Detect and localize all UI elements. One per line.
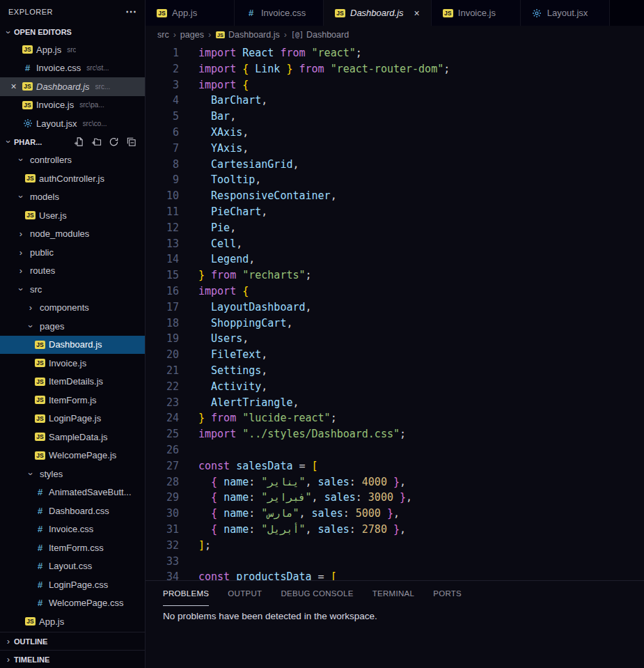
folder-node_modules[interactable]: ›node_modules <box>0 225 145 244</box>
line-number: 1 <box>146 45 179 61</box>
open-editor-Layout.jsx[interactable]: Layout.jsxsrc\co... <box>0 114 145 133</box>
file-WelcomePage.js[interactable]: JSWelcomePage.js <box>0 446 145 465</box>
tree-item-label: WelcomePage.js <box>49 450 116 460</box>
code-line-9: 9 Tooltip, <box>146 172 644 188</box>
code-line-10: 10 ResponsiveContainer, <box>146 188 644 204</box>
project-actions <box>74 137 142 147</box>
folder-models[interactable]: ›models <box>0 188 145 207</box>
file-AnimatedSaveButt...[interactable]: #AnimatedSaveButt... <box>0 483 145 502</box>
file-User.js[interactable]: JSUser.js <box>0 206 145 225</box>
file-LoginPage.css[interactable]: #LoginPage.css <box>0 575 145 594</box>
code-area[interactable]: 1import React from "react";2import { Lin… <box>146 43 644 580</box>
new-file-icon[interactable] <box>74 137 84 147</box>
open-editor-path: src\pa... <box>79 101 104 109</box>
file-ItemDetails.js[interactable]: JSItemDetails.js <box>0 373 145 391</box>
file-WelcomePage.css[interactable]: #WelcomePage.css <box>0 594 145 613</box>
code-line-26: 26 <box>146 442 644 458</box>
file-ItemForm.js[interactable]: JSItemForm.js <box>0 391 145 410</box>
code-line-3: 3import { <box>146 77 644 93</box>
folder-src[interactable]: ›src <box>0 280 145 299</box>
panel-tab-terminal[interactable]: TERMINAL <box>372 581 415 606</box>
code-line-22: 22 Activity, <box>146 379 644 395</box>
collapse-all-icon[interactable] <box>126 137 136 147</box>
file-Layout.css[interactable]: #Layout.css <box>0 557 145 576</box>
code-line-13: 13 Cell, <box>146 236 644 252</box>
tree-item-label: src <box>30 284 42 295</box>
tree-item-label: SampleData.js <box>49 432 108 442</box>
panel-tab-problems[interactable]: PROBLEMS <box>163 581 209 606</box>
line-number: 29 <box>146 490 179 506</box>
file-LoginPage.js[interactable]: JSLoginPage.js <box>0 410 145 428</box>
breadcrumb-item-Dashboard[interactable]: [@]Dashboard <box>291 30 349 40</box>
more-actions-icon[interactable]: ⋯ <box>125 6 136 17</box>
tab-App.js[interactable]: JSApp.js <box>146 0 235 26</box>
new-folder-icon[interactable] <box>91 137 102 147</box>
folder-public[interactable]: ›public <box>0 243 145 262</box>
folder-components[interactable]: ›components <box>0 299 145 318</box>
panel-tab-output[interactable]: OUTPUT <box>228 581 262 606</box>
open-editor-Invoice.css[interactable]: #Invoice.csssrc\st... <box>0 59 145 78</box>
refresh-icon[interactable] <box>109 137 119 147</box>
code-line-19: 19 Users, <box>146 331 644 347</box>
js-file-icon: JS <box>35 433 45 441</box>
open-editor-path: src\st... <box>86 64 109 72</box>
line-number: 27 <box>146 458 179 474</box>
panel-tab-debug-console[interactable]: DEBUG CONSOLE <box>281 581 353 606</box>
folder-pages[interactable]: ›pages <box>0 317 145 336</box>
tree-item-label: Dashboard.css <box>49 506 109 516</box>
breadcrumb-item-pages[interactable]: pages <box>180 30 204 40</box>
open-editor-label: Dashboard.js <box>36 81 90 92</box>
file-Invoice.css[interactable]: #Invoice.css <box>0 520 145 539</box>
css-file-icon: # <box>35 524 45 534</box>
js-file-icon: JS <box>35 396 45 404</box>
code-line-33: 33 <box>146 554 644 570</box>
section-outline[interactable]: ›OUTLINE <box>0 632 145 650</box>
tab-bar: JSApp.js#Invoice.cssJSDashboard.js×JSInv… <box>146 0 644 26</box>
file-authController.js[interactable]: JSauthController.js <box>0 169 145 188</box>
folder-routes[interactable]: ›routes <box>0 262 145 281</box>
close-icon[interactable]: × <box>414 8 420 18</box>
tab-label: Dashboard.js <box>350 8 404 18</box>
chevron-right-icon: › <box>3 654 14 665</box>
line-number: 21 <box>146 363 179 379</box>
open-editor-Dashboard.js[interactable]: ×JSDashboard.jssrc... <box>0 77 145 96</box>
code-line-1: 1import React from "react"; <box>146 45 644 61</box>
tree-item-label: node_modules <box>30 228 89 239</box>
folder-styles[interactable]: ›styles <box>0 465 145 483</box>
tab-Layout.jsx[interactable]: Layout.jsx <box>521 0 610 26</box>
tab-Invoice.js[interactable]: JSInvoice.js <box>432 0 521 26</box>
file-Invoice.js[interactable]: JSInvoice.js <box>0 354 145 373</box>
css-file-icon: # <box>35 506 45 516</box>
panel-tab-ports[interactable]: PORTS <box>433 581 462 606</box>
js-file-icon: JS <box>22 45 33 54</box>
open-editor-label: App.js <box>36 45 61 55</box>
tab-label: Invoice.js <box>458 8 496 18</box>
section-label: OUTLINE <box>14 637 47 646</box>
open-editor-Invoice.js[interactable]: JSInvoice.jssrc\pa... <box>0 96 145 115</box>
panel-tab-bar: PROBLEMSOUTPUTDEBUG CONSOLETERMINALPORTS <box>146 581 644 606</box>
open-editor-path: src... <box>95 83 111 91</box>
open-editors-header[interactable]: › OPEN EDITORS <box>0 24 145 40</box>
file-ItemForm.css[interactable]: #ItemForm.css <box>0 538 145 557</box>
line-number: 26 <box>146 442 179 458</box>
folder-controllers[interactable]: ›controllers <box>0 151 145 170</box>
file-Dashboard.css[interactable]: #Dashboard.css <box>0 502 145 520</box>
file-Dashboard.js[interactable]: JSDashboard.js <box>0 336 145 355</box>
project-header[interactable]: › PHAR... <box>0 133 145 151</box>
file-SampleData.js[interactable]: JSSampleData.js <box>0 428 145 446</box>
css-file-icon: # <box>35 561 45 571</box>
bottom-sections: ›OUTLINE›TIMELINE <box>0 632 145 668</box>
breadcrumb-item-Dashboard.js[interactable]: JSDashboard.js <box>215 30 280 40</box>
js-file-icon: JS <box>157 9 167 17</box>
tab-Invoice.css[interactable]: #Invoice.css <box>235 0 324 26</box>
section-timeline[interactable]: ›TIMELINE <box>0 650 145 668</box>
close-icon[interactable]: × <box>10 81 16 92</box>
tree-item-label: controllers <box>30 155 72 165</box>
breadcrumb-item-src[interactable]: src <box>157 30 169 40</box>
tab-Dashboard.js[interactable]: JSDashboard.js× <box>324 0 432 26</box>
tree-item-label: components <box>40 302 89 313</box>
line-number: 10 <box>146 188 179 204</box>
open-editor-App.js[interactable]: JSApp.jssrc <box>0 40 145 59</box>
file-App.js[interactable]: JSApp.js <box>0 612 145 631</box>
open-editor-label: Layout.jsx <box>36 118 77 129</box>
